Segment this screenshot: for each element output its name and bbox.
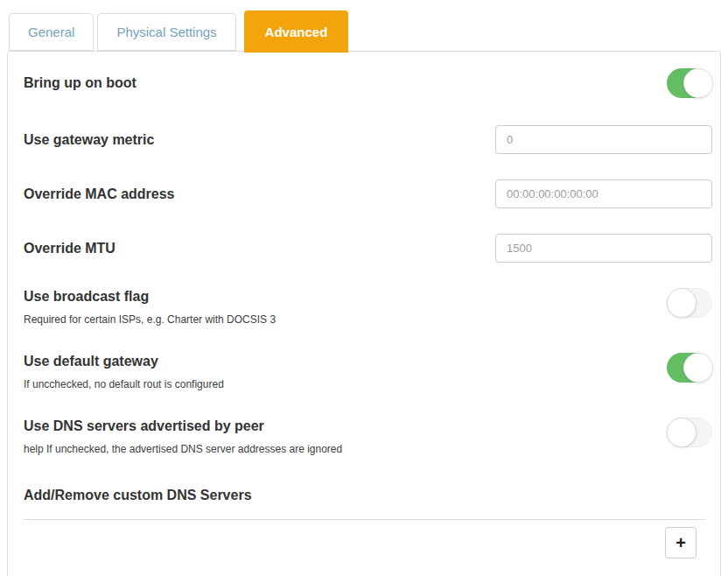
bring-up-on-boot-label: Bring up on boot <box>17 74 136 92</box>
override-mac-label: Override MAC address <box>17 186 175 203</box>
custom-dns-add-row: + <box>17 527 712 558</box>
toggle-knob <box>683 353 713 383</box>
setting-row-broadcast-flag: Use broadcast flag Required for certain … <box>17 288 712 326</box>
peer-dns-help: help If unchecked, the advertised DNS se… <box>17 443 342 455</box>
setting-row-override-mtu: Override MTU <box>17 234 712 263</box>
default-gateway-toggle[interactable] <box>667 353 712 383</box>
override-mtu-label: Override MTU <box>17 240 116 257</box>
peer-dns-toggle[interactable] <box>667 418 712 447</box>
default-gateway-help: If uncchecked, no default rout is config… <box>17 378 224 390</box>
broadcast-flag-label: Use broadcast flag <box>17 288 276 306</box>
broadcast-flag-toggle[interactable] <box>667 288 712 318</box>
override-mac-input[interactable] <box>495 179 712 208</box>
broadcast-flag-help: Required for certain ISPs, e.g. Charter … <box>17 313 276 326</box>
setting-row-bring-up-on-boot: Bring up on boot <box>17 68 712 98</box>
bring-up-on-boot-toggle[interactable] <box>667 68 712 98</box>
gateway-metric-input[interactable] <box>495 125 712 154</box>
tab-physical-settings[interactable]: Physical Settings <box>97 13 235 51</box>
tab-bar: General Physical Settings Advanced <box>0 0 728 51</box>
setting-row-override-mac: Override MAC address <box>17 179 712 208</box>
default-gateway-text-group: Use default gateway If uncchecked, no de… <box>17 353 224 390</box>
setting-row-default-gateway: Use default gateway If uncchecked, no de… <box>17 353 712 390</box>
tab-general[interactable]: General <box>9 13 94 51</box>
peer-dns-text-group: Use DNS servers advertised by peer help … <box>17 418 342 455</box>
section-divider <box>24 519 705 520</box>
gateway-metric-label: Use gateway metric <box>17 131 154 149</box>
peer-dns-label: Use DNS servers advertised by peer <box>17 418 342 435</box>
custom-dns-section-title: Add/Remove custom DNS Servers <box>17 488 712 503</box>
broadcast-flag-text-group: Use broadcast flag Required for certain … <box>17 288 276 326</box>
default-gateway-label: Use default gateway <box>17 353 224 370</box>
setting-row-gateway-metric: Use gateway metric <box>17 125 712 154</box>
tab-advanced[interactable]: Advanced <box>244 11 349 53</box>
toggle-knob <box>667 418 696 447</box>
toggle-knob <box>667 288 696 318</box>
toggle-knob <box>683 68 713 98</box>
setting-row-peer-dns: Use DNS servers advertised by peer help … <box>17 418 712 455</box>
add-dns-server-button[interactable]: + <box>665 527 696 558</box>
override-mtu-input[interactable] <box>495 234 712 263</box>
advanced-settings-panel: Bring up on boot Use gateway metric Over… <box>7 51 721 576</box>
